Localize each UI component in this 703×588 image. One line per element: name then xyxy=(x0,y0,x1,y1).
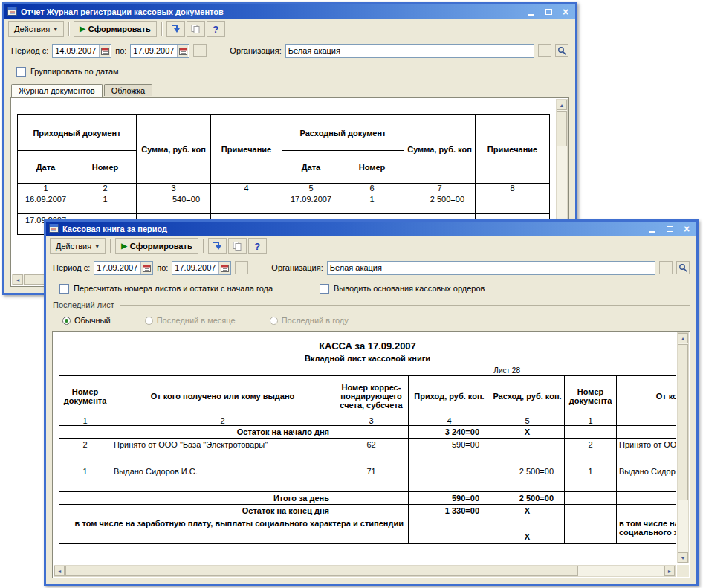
generate-label: Сформировать xyxy=(130,242,192,251)
options-row: Пересчитать номера листов и остатки с на… xyxy=(46,279,696,298)
copy-button[interactable] xyxy=(228,238,247,254)
minimize-icon xyxy=(528,14,534,16)
radio-option-last-month[interactable]: Последний в месяце xyxy=(145,316,236,325)
header-date-in: Дата xyxy=(18,151,74,184)
generate-button[interactable]: ▶ Сформировать xyxy=(115,238,198,254)
organization-lookup-button[interactable] xyxy=(676,261,690,274)
including-expense-mark: Х xyxy=(490,517,565,544)
cell-note-out xyxy=(476,193,550,214)
scroll-up-icon[interactable]: ▲ xyxy=(678,333,688,343)
minimize-button[interactable] xyxy=(526,7,537,17)
period-from-input[interactable] xyxy=(94,262,140,274)
maximize-button[interactable] xyxy=(543,7,554,17)
header-settings-button[interactable] xyxy=(166,21,185,37)
cell-date-out: 17.09.2007 xyxy=(282,193,340,214)
cell-sum-in: 540=00 xyxy=(137,193,211,214)
recalc-checkbox[interactable] xyxy=(59,284,69,294)
col-number: 4 xyxy=(409,416,490,426)
period-from-input[interactable] xyxy=(53,45,99,56)
actions-button[interactable]: Действия ▼ xyxy=(50,238,106,254)
col-number: 8 xyxy=(476,184,550,193)
calendar-button[interactable] xyxy=(140,262,152,274)
header-sum-out: Сумма, руб. коп xyxy=(404,115,476,184)
organization-input[interactable] xyxy=(286,45,534,56)
period-to-label: по: xyxy=(157,263,168,272)
radio-option-last-year[interactable]: Последний в году xyxy=(270,316,349,325)
closing-balance-expense-mark: Х xyxy=(490,505,565,517)
header-settings-button[interactable] xyxy=(208,238,227,254)
titlebar[interactable]: Кассовая книга за период × xyxy=(46,222,696,236)
tab-journal[interactable]: Журнал документов xyxy=(11,84,103,97)
last-sheet-label: Последний лист xyxy=(53,300,114,309)
radio-normal-label: Обычный xyxy=(74,316,111,325)
period-to-input[interactable] xyxy=(131,45,177,56)
cell-doc-num-2: 2 xyxy=(565,439,617,465)
vertical-scrollbar[interactable]: ▲ ▼ xyxy=(677,332,689,563)
radio-option-normal[interactable]: Обычный xyxy=(62,316,111,325)
toolbar-separator xyxy=(203,239,204,253)
scroll-thumb[interactable] xyxy=(65,566,578,576)
scroll-down-icon[interactable]: ▼ xyxy=(678,552,688,563)
help-icon: ? xyxy=(213,24,218,35)
minimize-button[interactable] xyxy=(647,224,658,234)
organization-input[interactable] xyxy=(328,262,655,274)
scroll-left-icon[interactable]: ◄ xyxy=(13,274,23,285)
organization-select-button[interactable]: ... xyxy=(659,261,673,274)
header-doc-num: Номер документа xyxy=(59,376,111,416)
col-number: 5 xyxy=(282,184,340,193)
titlebar[interactable]: Отчет Журнал регистрации кассовых докуме… xyxy=(4,4,575,19)
closing-balance-row: Остаток на конец дня 1 330=00 Х xyxy=(59,505,677,517)
cell-expense xyxy=(490,439,565,465)
scroll-thumb[interactable] xyxy=(678,344,688,500)
maximize-button[interactable] xyxy=(664,224,675,234)
toolbar-separator xyxy=(110,239,111,253)
copy-button[interactable] xyxy=(187,21,205,37)
col-number: 4 xyxy=(211,184,282,193)
help-button[interactable]: ? xyxy=(248,238,267,254)
recalc-label: Пересчитать номера листов и остатки с на… xyxy=(74,284,273,293)
scroll-left-icon[interactable]: ◄ xyxy=(54,566,65,576)
actions-button[interactable]: Действия ▼ xyxy=(8,21,64,37)
window-icon xyxy=(7,7,17,17)
calendar-button[interactable] xyxy=(218,262,230,274)
basis-checkbox[interactable] xyxy=(320,284,329,294)
including-row: в том числе на заработную плату, выплаты… xyxy=(59,517,677,544)
close-button[interactable]: × xyxy=(681,224,692,234)
tab-cover[interactable]: Обложка xyxy=(104,84,152,96)
cashbook-table: Номер документа От кого получено или ком… xyxy=(59,375,676,544)
radio-icon[interactable] xyxy=(270,317,278,325)
generate-button[interactable]: ▶ Сформировать xyxy=(74,21,157,37)
period-picker-button[interactable]: ... xyxy=(235,261,248,274)
header-sum-in: Сумма, руб. коп xyxy=(137,115,211,184)
cell-note-in xyxy=(211,193,282,214)
period-to-input[interactable] xyxy=(172,262,218,274)
cell-doc-num-2: 1 xyxy=(565,465,617,492)
col-number: 1 xyxy=(59,416,111,426)
close-icon: × xyxy=(563,7,568,17)
organization-select-button[interactable]: ... xyxy=(538,44,551,57)
calendar-button[interactable] xyxy=(177,45,188,57)
cell-num-in: 1 xyxy=(74,193,137,214)
scroll-up-icon[interactable]: ▲ xyxy=(557,100,567,110)
cell xyxy=(617,426,677,439)
calendar-button[interactable] xyxy=(99,45,110,57)
radio-selected-icon[interactable] xyxy=(62,317,71,325)
group-separator-line xyxy=(120,305,690,306)
organization-lookup-button[interactable] xyxy=(555,44,568,57)
cell-payer-2: Выдано Сидоров И.С. xyxy=(617,465,677,492)
generate-play-icon: ▶ xyxy=(80,25,85,33)
period-picker-button[interactable]: ... xyxy=(193,44,207,57)
scroll-thumb[interactable] xyxy=(557,111,567,146)
toolbar: Действия ▼ ▶ Сформировать ? xyxy=(4,19,575,39)
window-title: Отчет Журнал регистрации кассовых докуме… xyxy=(21,7,522,16)
toolbar-separator xyxy=(161,22,162,36)
col-number: 3 xyxy=(334,416,409,426)
header-num-out: Номер xyxy=(340,151,404,184)
scroll-right-icon[interactable]: ► xyxy=(664,566,675,576)
header-note-in: Примечание xyxy=(211,115,282,184)
group-by-dates-checkbox[interactable] xyxy=(16,67,26,77)
horizontal-scrollbar[interactable]: ◄ ► xyxy=(54,565,676,577)
close-button[interactable]: × xyxy=(560,7,571,17)
radio-icon[interactable] xyxy=(145,317,153,325)
help-button[interactable]: ? xyxy=(207,21,225,37)
